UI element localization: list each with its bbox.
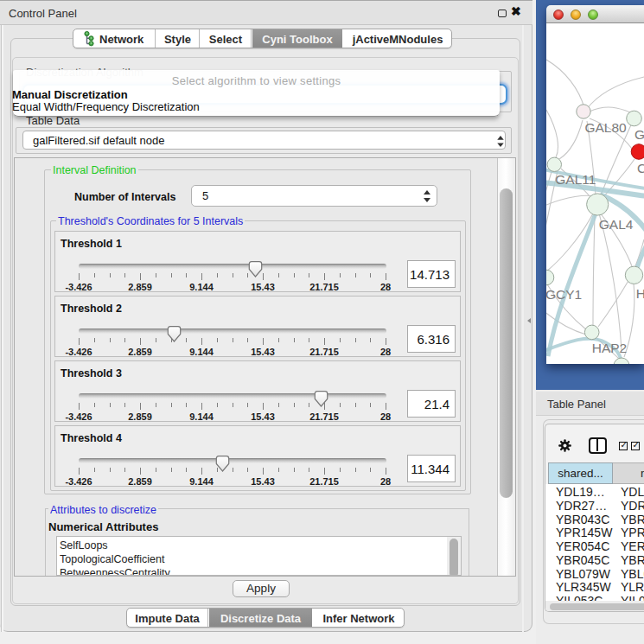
svg-text:GCY1: GCY1 xyxy=(546,287,582,302)
svg-text:HAP2: HAP2 xyxy=(592,341,628,355)
svg-text:GAL4: GAL4 xyxy=(599,217,634,232)
svg-text:GAL11: GAL11 xyxy=(555,172,596,187)
svg-text:GAL80: GAL80 xyxy=(584,120,627,135)
svg-text:HI: HI xyxy=(636,286,644,301)
svg-text:C: C xyxy=(637,161,644,175)
svg-text:GA: GA xyxy=(634,127,644,142)
